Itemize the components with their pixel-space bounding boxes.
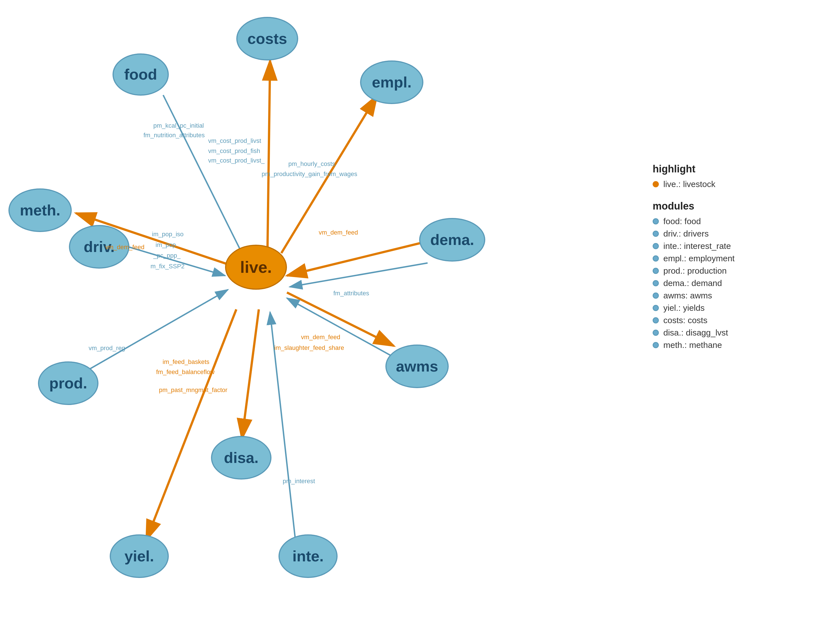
edge-label-vm-dem-feed-left: vm_dem_feed	[105, 243, 144, 251]
node-dema[interactable]: dema.	[419, 218, 485, 262]
svg-line-10	[163, 95, 248, 264]
legend-dot-dema	[653, 280, 659, 286]
node-inte-label: inte.	[292, 548, 324, 564]
edge-label-im-pop: im_pop	[156, 241, 176, 249]
legend-module-food: food: food	[653, 216, 816, 226]
legend-module-costs-text: costs: costs	[663, 316, 707, 325]
legend-module-awms: awms: awms	[653, 291, 816, 300]
legend-module-costs: costs: costs	[653, 316, 816, 325]
legend-module-meth: meth.: methane	[653, 340, 816, 350]
svg-line-13	[290, 263, 428, 287]
node-awms[interactable]: awms	[385, 344, 449, 388]
node-prod-label: prod.	[49, 375, 87, 392]
legend-module-yiel: yiel.: yields	[653, 303, 816, 313]
node-yiel[interactable]: yiel.	[110, 534, 169, 578]
legend-module-prod: prod.: production	[653, 266, 816, 276]
node-meth[interactable]: meth.	[8, 188, 72, 232]
legend: highlight live.: livestock modules food:…	[653, 163, 816, 361]
edge-label-pm-productivity: pm_productivity_gain_from_wages	[262, 171, 357, 178]
legend-dot-prod	[653, 268, 659, 274]
node-dema-label: dema.	[430, 232, 474, 248]
edge-label-vm-cost-livst1: vm_cost_prod_livst	[208, 137, 261, 145]
edge-label-fm-feed-balance: fm_feed_balanceflow	[156, 368, 215, 376]
edge-label-vm-cost-livst2: vm_cost_prod_livst_	[208, 157, 265, 164]
node-inte[interactable]: inte.	[278, 534, 338, 578]
legend-dot-driv	[653, 231, 659, 237]
node-empl-label: empl.	[372, 74, 412, 90]
node-food[interactable]: food	[112, 54, 169, 96]
legend-module-prod-text: prod.: production	[663, 266, 726, 276]
legend-dot-costs	[653, 317, 659, 324]
legend-module-dema-text: dema.: demand	[663, 278, 722, 288]
legend-dot-disa	[653, 330, 659, 336]
node-live-label: live.	[240, 258, 272, 276]
legend-module-inte: inte.: interest_rate	[653, 241, 816, 251]
legend-highlight-item-0: live.: livestock	[653, 180, 816, 189]
legend-module-disa-text: disa.: disagg_lvst	[663, 328, 728, 338]
legend-module-food-text: food: food	[663, 216, 701, 226]
edge-label-vm-prod-reg: vm_prod_reg	[88, 344, 125, 352]
edge-label-pm-past-mngmnt: pm_past_mngmnt_factor	[159, 387, 227, 394]
legend-module-meth-text: meth.: methane	[663, 340, 722, 350]
legend-module-driv-text: driv.: drivers	[663, 229, 709, 238]
legend-dot-food	[653, 218, 659, 224]
edge-label-im-feed-baskets: im_feed_baskets	[163, 358, 209, 366]
node-costs-label: costs	[247, 30, 287, 47]
edge-label-vm-dem-feed-bottom: vm_dem_feed	[301, 333, 340, 341]
node-costs[interactable]: costs	[236, 17, 298, 60]
svg-line-8	[146, 309, 236, 540]
legend-module-empl: empl.: employment	[653, 254, 816, 263]
legend-module-empl-text: empl.: employment	[663, 254, 734, 263]
svg-line-7	[242, 309, 259, 439]
legend-module-dema: dema.: demand	[653, 278, 816, 288]
edge-label-vm-dem-feed-right: vm_dem_feed	[319, 229, 358, 236]
legend-dot-meth	[653, 342, 659, 348]
legend-highlight-title: highlight	[653, 163, 816, 175]
node-disa-label: disa.	[224, 450, 259, 466]
legend-modules-section: modules food: food driv.: drivers inte.:…	[653, 200, 816, 350]
legend-dot-awms	[653, 292, 659, 299]
legend-highlight-section: highlight live.: livestock	[653, 163, 816, 189]
node-yiel-label: yiel.	[124, 548, 154, 564]
legend-module-disa: disa.: disagg_lvst	[653, 328, 816, 338]
legend-module-inte-text: inte.: interest_rate	[663, 241, 731, 251]
edge-label-fm-nutrition: fm_nutrition_attributes	[144, 132, 205, 139]
node-prod[interactable]: prod.	[38, 362, 98, 405]
edge-label-fm-attributes: fm_attributes	[333, 290, 369, 297]
node-empl[interactable]: empl.	[360, 60, 423, 104]
edge-label-pm-interest: pm_interest	[283, 478, 315, 485]
legend-dot-yiel	[653, 305, 659, 311]
edge-label-im-slaughter: im_slaughter_feed_share	[274, 344, 344, 352]
legend-dot-inte	[653, 243, 659, 249]
svg-line-5	[287, 241, 428, 276]
legend-modules-title: modules	[653, 200, 816, 212]
legend-module-awms-text: awms: awms	[663, 291, 712, 300]
legend-dot-empl	[653, 255, 659, 262]
graph-container: live. food costs empl. dema. awms disa. …	[0, 0, 619, 630]
edge-label-im-pop-iso: im_pop_iso	[152, 231, 184, 238]
node-awms-label: awms	[396, 358, 438, 375]
node-disa[interactable]: disa.	[211, 436, 272, 480]
legend-dot-orange	[653, 181, 659, 187]
node-meth-label: meth.	[20, 202, 60, 218]
svg-line-3	[267, 60, 270, 267]
node-food-label: food	[124, 66, 157, 83]
legend-module-yiel-text: yiel.: yields	[663, 303, 705, 313]
edge-label-pc-ppp: _pc_ppp_	[153, 252, 181, 259]
legend-module-driv: driv.: drivers	[653, 229, 816, 238]
legend-highlight-text-0: live.: livestock	[663, 180, 715, 189]
edge-label-pm-kcal: pm_kcal_pc_initial	[153, 122, 204, 129]
node-live[interactable]: live.	[225, 245, 287, 290]
edge-label-pm-hourly: pm_hourly_costs	[288, 160, 335, 167]
edge-label-fix-ssp2: m_fix_SSP2	[150, 263, 185, 270]
edge-label-vm-cost-fish: vm_cost_prod_fish	[208, 147, 260, 155]
